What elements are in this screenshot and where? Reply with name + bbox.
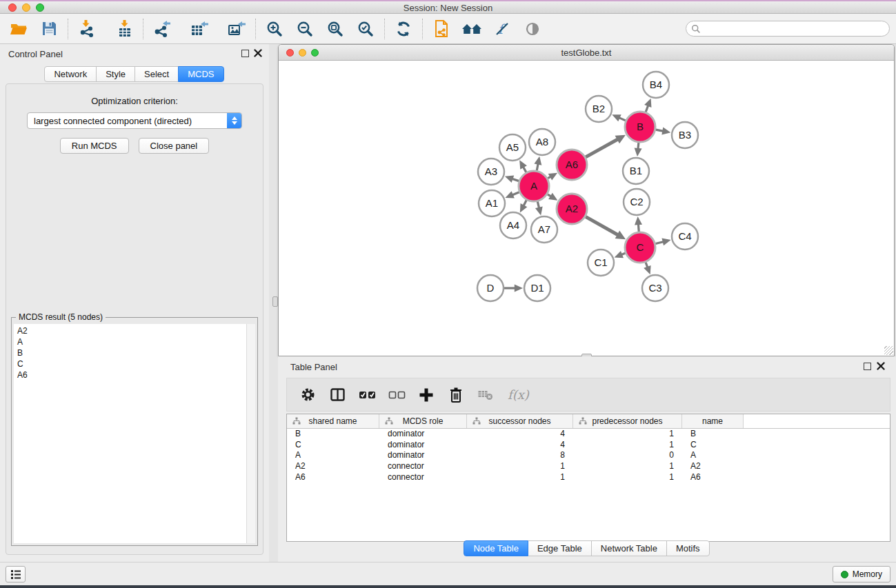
tab-select[interactable]: Select <box>135 66 179 82</box>
deselect-all-columns-button[interactable] <box>388 386 406 404</box>
graph-node-C1[interactable]: C1 <box>588 250 614 276</box>
home-layout-button[interactable] <box>460 17 484 41</box>
graph-node-A7[interactable]: A7 <box>531 216 557 243</box>
export-network-button[interactable] <box>150 17 174 41</box>
mcds-result-item[interactable]: A <box>14 336 255 347</box>
zoom-in-button[interactable] <box>263 17 286 41</box>
tab-network-table[interactable]: Network Table <box>591 540 667 556</box>
table-row[interactable]: Bdominator41B <box>287 429 890 440</box>
graph-node-B2[interactable]: B2 <box>586 96 612 122</box>
graph-node-D[interactable]: D <box>477 275 504 301</box>
graph-node-B3[interactable]: B3 <box>672 122 698 148</box>
float-panel-icon[interactable] <box>241 50 249 57</box>
column-header-shared-name[interactable]: shared name <box>287 414 379 428</box>
table-panel-title: Table Panel <box>290 362 337 372</box>
delete-table-icon <box>477 387 495 402</box>
table-row[interactable]: Adominator80A <box>287 450 890 461</box>
import-network-button[interactable] <box>75 17 99 41</box>
graph-node-A8[interactable]: A8 <box>529 129 555 155</box>
graph-edge-A6-B[interactable] <box>586 139 618 156</box>
graph-node-D1[interactable]: D1 <box>524 275 550 301</box>
graph-node-C2[interactable]: C2 <box>624 189 650 215</box>
export-table-button[interactable] <box>188 17 211 41</box>
graph-node-A4[interactable]: A4 <box>500 212 526 239</box>
app-title: Session: New Session <box>0 3 896 13</box>
mcds-result-item[interactable]: B <box>14 347 255 358</box>
function-builder-button-disabled[interactable]: f(x) <box>506 386 534 404</box>
tab-style[interactable]: Style <box>96 66 135 82</box>
save-session-button[interactable] <box>37 17 61 41</box>
graph-node-A1[interactable]: A1 <box>479 190 505 216</box>
graph-node-C[interactable]: C <box>625 232 655 263</box>
refresh-button[interactable] <box>392 17 415 41</box>
column-header-name[interactable]: name <box>682 414 744 428</box>
tab-mcds[interactable]: MCDS <box>178 66 223 82</box>
graph-node-A6[interactable]: A6 <box>557 150 587 180</box>
float-table-panel-icon[interactable] <box>864 363 871 370</box>
graph-node-A5[interactable]: A5 <box>499 134 526 161</box>
tab-edge-table[interactable]: Edge Table <box>528 540 592 556</box>
mcds-result-list[interactable]: A2ABCA6 <box>14 324 255 543</box>
graph-edge-arrowhead <box>661 128 670 135</box>
close-table-panel-icon[interactable] <box>877 362 885 370</box>
tab-network[interactable]: Network <box>44 66 97 82</box>
table-settings-button[interactable] <box>299 386 317 404</box>
window-resize-grip[interactable] <box>884 346 893 355</box>
export-image-button[interactable] <box>225 17 248 41</box>
svg-text:A6: A6 <box>566 159 578 170</box>
table-cell: connector <box>379 472 467 483</box>
memory-status-icon <box>841 571 848 578</box>
mcds-result-item[interactable]: A6 <box>14 369 255 381</box>
graph-node-C4[interactable]: C4 <box>672 223 698 250</box>
graph-edge-A2-C[interactable] <box>586 216 619 235</box>
graph-node-B4[interactable]: B4 <box>643 72 669 98</box>
mcds-result-item[interactable]: C <box>14 358 255 369</box>
table-row[interactable]: A6connector11A6 <box>287 472 890 483</box>
create-column-button[interactable] <box>417 386 435 404</box>
mcds-result-item[interactable]: A2 <box>14 324 255 336</box>
search-box[interactable] <box>686 21 890 37</box>
scrollbar-track[interactable] <box>246 324 255 543</box>
graph-node-B[interactable]: B <box>625 112 655 142</box>
close-panel-icon[interactable] <box>254 49 262 57</box>
table-row[interactable]: Cdominator41C <box>287 440 890 451</box>
import-table-button[interactable] <box>112 17 136 41</box>
graph-node-A2[interactable]: A2 <box>557 194 587 224</box>
graph-node-A[interactable]: A <box>519 171 549 201</box>
network-window-titlebar[interactable]: testGlobe.txt <box>279 45 894 61</box>
select-all-columns-button[interactable] <box>358 386 376 404</box>
network-graph-canvas[interactable]: AA6A2BCA1A3A4A5A7A8B1B2B3B4C1C2C3C4DD1 <box>279 61 894 356</box>
column-header-predecessor-nodes[interactable]: predecessor nodes <box>573 414 682 428</box>
tab-node-table[interactable]: Node Table <box>464 540 528 556</box>
delete-table-button-disabled[interactable] <box>477 386 495 404</box>
zoom-selected-button[interactable] <box>354 17 377 41</box>
graph-node-C3[interactable]: C3 <box>642 275 668 301</box>
task-list-icon <box>10 569 22 580</box>
optimization-dropdown[interactable]: largest connected component (directed) <box>27 112 242 129</box>
table-cell: 8 <box>467 450 573 461</box>
delete-column-button[interactable] <box>447 386 465 404</box>
table-row[interactable]: A2connector11A2 <box>287 461 890 472</box>
graph-edge-arrowhead <box>644 99 651 108</box>
run-mcds-button[interactable]: Run MCDS <box>60 138 129 154</box>
column-header-successor-nodes[interactable]: successor nodes <box>467 414 573 428</box>
graph-edge-arrowhead <box>515 284 523 292</box>
search-input[interactable] <box>704 23 889 35</box>
graph-node-B1[interactable]: B1 <box>623 158 649 184</box>
network-file-icon <box>432 19 450 38</box>
tab-motifs[interactable]: Motifs <box>666 540 710 556</box>
column-header-MCDS-role[interactable]: MCDS role <box>379 414 467 428</box>
graph-node-A3[interactable]: A3 <box>478 159 504 185</box>
memory-button[interactable]: Memory <box>833 566 890 582</box>
svg-text:D1: D1 <box>530 282 544 294</box>
show-panel-eye-button[interactable] <box>521 17 544 41</box>
vertical-splitter-handle[interactable] <box>272 296 278 307</box>
zoom-out-button[interactable] <box>293 17 317 41</box>
close-panel-button[interactable]: Close panel <box>139 138 210 154</box>
show-log-button[interactable] <box>6 566 26 582</box>
zoom-fit-button[interactable] <box>323 17 347 41</box>
open-session-button[interactable] <box>7 17 30 41</box>
show-columns-button[interactable] <box>328 386 346 404</box>
hide-labels-button[interactable]: f <box>490 17 514 41</box>
network-from-file-button[interactable] <box>430 17 453 41</box>
